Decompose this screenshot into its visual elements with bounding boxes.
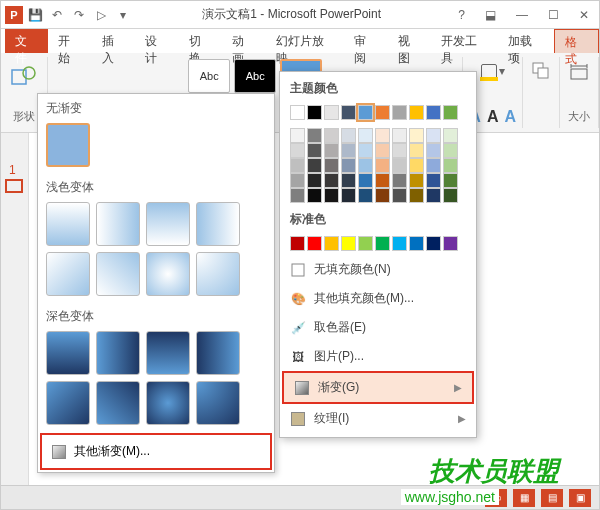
tint-color-swatch[interactable] [392,188,407,203]
tab-slideshow[interactable]: 幻灯片放映 [266,29,345,53]
light-gradient-swatch[interactable] [146,252,190,296]
no-gradient-swatch[interactable] [46,123,90,167]
theme-color-swatch[interactable] [392,105,407,120]
tint-color-swatch[interactable] [426,128,441,143]
tab-home[interactable]: 开始 [48,29,91,53]
dark-gradient-swatch[interactable] [46,381,90,425]
tint-color-swatch[interactable] [392,158,407,173]
tint-color-swatch[interactable] [392,173,407,188]
tint-color-swatch[interactable] [307,173,322,188]
standard-color-swatch[interactable] [324,236,339,251]
dark-gradient-swatch[interactable] [146,381,190,425]
light-gradient-swatch[interactable] [146,202,190,246]
more-colors-item[interactable]: 🎨其他填充颜色(M)... [280,284,476,313]
tint-color-swatch[interactable] [341,173,356,188]
eyedropper-item[interactable]: 💉取色器(E) [280,313,476,342]
tint-color-swatch[interactable] [307,158,322,173]
tint-color-swatch[interactable] [409,128,424,143]
tint-color-swatch[interactable] [358,173,373,188]
minimize-icon[interactable]: — [510,6,534,24]
tint-color-swatch[interactable] [443,143,458,158]
tab-file[interactable]: 文件 [5,29,48,53]
theme-color-swatch[interactable] [426,105,441,120]
tint-color-swatch[interactable] [443,158,458,173]
shape-style-2[interactable]: Abc [234,59,276,93]
tint-color-swatch[interactable] [341,143,356,158]
ribbon-opts-icon[interactable]: ⬓ [479,6,502,24]
tint-color-swatch[interactable] [324,128,339,143]
tint-color-swatch[interactable] [375,143,390,158]
tab-insert[interactable]: 插入 [92,29,135,53]
tint-color-swatch[interactable] [307,188,322,203]
standard-color-swatch[interactable] [290,236,305,251]
tint-color-swatch[interactable] [426,158,441,173]
dark-gradient-swatch[interactable] [196,331,240,375]
redo-icon[interactable]: ↷ [71,7,87,23]
light-gradient-swatch[interactable] [46,252,90,296]
tint-color-swatch[interactable] [358,158,373,173]
tab-addins[interactable]: 加载项 [498,29,553,53]
light-gradient-swatch[interactable] [96,252,140,296]
tint-color-swatch[interactable] [358,188,373,203]
theme-color-swatch[interactable] [307,105,322,120]
theme-color-swatch[interactable] [375,105,390,120]
tint-color-swatch[interactable] [409,143,424,158]
tint-color-swatch[interactable] [290,173,305,188]
dark-gradient-swatch[interactable] [46,331,90,375]
standard-color-swatch[interactable] [358,236,373,251]
dark-gradient-swatch[interactable] [196,381,240,425]
standard-color-swatch[interactable] [341,236,356,251]
theme-color-swatch[interactable] [324,105,339,120]
tint-color-swatch[interactable] [409,188,424,203]
start-show-icon[interactable]: ▷ [93,7,109,23]
shape-fill-button[interactable]: ▾ [477,59,509,83]
tint-color-swatch[interactable] [307,128,322,143]
texture-fill-item[interactable]: 纹理(I)▶ [280,404,476,433]
standard-color-swatch[interactable] [392,236,407,251]
dark-gradient-swatch[interactable] [96,331,140,375]
standard-color-swatch[interactable] [409,236,424,251]
size-icon[interactable] [568,61,590,86]
tint-color-swatch[interactable] [426,188,441,203]
tint-color-swatch[interactable] [392,128,407,143]
tint-color-swatch[interactable] [307,143,322,158]
tint-color-swatch[interactable] [426,143,441,158]
maximize-icon[interactable]: ☐ [542,6,565,24]
standard-color-swatch[interactable] [426,236,441,251]
more-gradients-item[interactable]: 其他渐变(M)... [40,433,272,470]
tab-developer[interactable]: 开发工具 [431,29,498,53]
tint-color-swatch[interactable] [409,158,424,173]
tint-color-swatch[interactable] [290,188,305,203]
tint-color-swatch[interactable] [375,173,390,188]
tint-color-swatch[interactable] [324,173,339,188]
theme-color-swatch[interactable] [409,105,424,120]
tab-transitions[interactable]: 切换 [179,29,222,53]
shape-style-1[interactable]: Abc [188,59,230,93]
arrange-icon[interactable] [531,61,551,84]
view-reading-icon[interactable]: ▤ [541,489,563,507]
tint-color-swatch[interactable] [409,173,424,188]
light-gradient-swatch[interactable] [196,252,240,296]
tab-design[interactable]: 设计 [135,29,178,53]
theme-color-swatch[interactable] [358,105,373,120]
save-icon[interactable]: 💾 [27,7,43,23]
slide-thumbnail[interactable] [5,179,23,193]
no-fill-item[interactable]: 无填充颜色(N) [280,255,476,284]
standard-color-swatch[interactable] [443,236,458,251]
tint-color-swatch[interactable] [324,158,339,173]
dark-gradient-swatch[interactable] [146,331,190,375]
tint-color-swatch[interactable] [426,173,441,188]
tint-color-swatch[interactable] [358,143,373,158]
tint-color-swatch[interactable] [375,128,390,143]
theme-color-swatch[interactable] [443,105,458,120]
shapes-icon[interactable] [9,61,39,91]
qat-more-icon[interactable]: ▾ [115,7,131,23]
gradient-fill-item[interactable]: 渐变(G)▶ [282,371,474,404]
light-gradient-swatch[interactable] [96,202,140,246]
light-gradient-swatch[interactable] [196,202,240,246]
tint-color-swatch[interactable] [290,158,305,173]
tint-color-swatch[interactable] [290,143,305,158]
tint-color-swatch[interactable] [341,128,356,143]
standard-color-swatch[interactable] [375,236,390,251]
theme-color-swatch[interactable] [341,105,356,120]
